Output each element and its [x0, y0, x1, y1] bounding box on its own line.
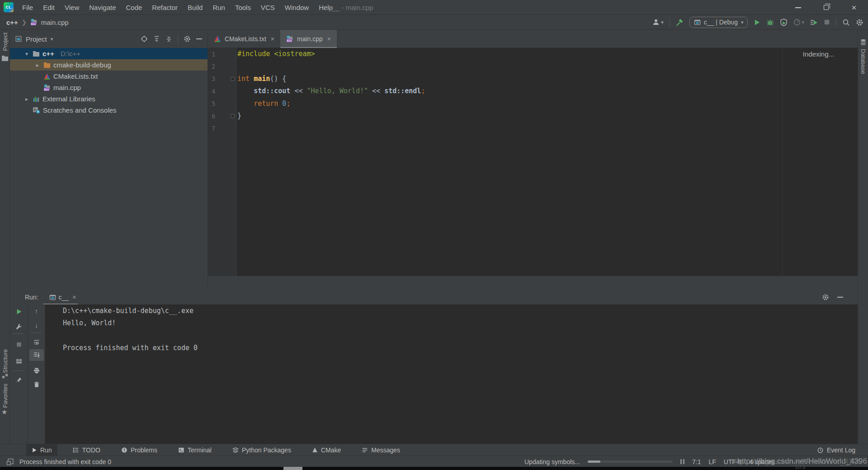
- status-message[interactable]: Process finished with exit code 0: [19, 458, 111, 465]
- print-button[interactable]: [33, 367, 40, 374]
- menu-navigate[interactable]: Navigate: [84, 4, 121, 11]
- fold-marker-icon[interactable]: [231, 114, 235, 118]
- progress-bar[interactable]: [588, 461, 673, 463]
- stop-button[interactable]: [16, 342, 22, 347]
- edit-configuration-button[interactable]: [16, 323, 22, 330]
- run-console[interactable]: D:\c++\cmake-build-debug\c__.exeHello, W…: [45, 304, 858, 444]
- encoding-widget[interactable]: UTF-8: [724, 458, 742, 465]
- collapse-all-button[interactable]: [165, 36, 172, 43]
- toolbar-tab-problems[interactable]: Problems: [116, 444, 163, 456]
- code-line[interactable]: int main() {: [237, 73, 425, 85]
- search-everywhere-button[interactable]: [842, 19, 850, 26]
- menu-build[interactable]: Build: [183, 4, 208, 11]
- user-account-button[interactable]: ▾: [652, 19, 664, 26]
- hide-panel-button[interactable]: [196, 38, 202, 39]
- close-button[interactable]: ×: [840, 0, 868, 15]
- indent-widget[interactable]: 4 spaces: [749, 458, 774, 465]
- breadcrumb-project[interactable]: c++: [6, 19, 18, 26]
- search-icon: [842, 19, 850, 26]
- debug-button[interactable]: [766, 19, 774, 26]
- event-log-button[interactable]: Event Log: [817, 444, 855, 456]
- attach-profiler-button[interactable]: [810, 19, 818, 26]
- toolbar-tab-messages[interactable]: Messages: [356, 444, 406, 456]
- close-icon[interactable]: ×: [72, 294, 76, 301]
- code-token: main: [254, 75, 270, 83]
- tab-label: CMakeLists.txt: [225, 35, 266, 43]
- tree-item-cmake-build-debug[interactable]: ▸ cmake-build-debug: [10, 59, 208, 71]
- line-separator-widget[interactable]: LF: [708, 458, 716, 465]
- toolbar-tab-terminal[interactable]: Terminal: [173, 444, 217, 456]
- breadcrumb-file[interactable]: main.cpp: [41, 19, 69, 26]
- rerun-button[interactable]: [16, 309, 22, 315]
- tree-item-external-libraries[interactable]: ▸ External Libraries: [10, 93, 208, 104]
- run-tab-c[interactable]: c__ ×: [49, 294, 76, 301]
- maximize-button[interactable]: [812, 0, 840, 15]
- toolbar-tab-run[interactable]: Run: [26, 444, 57, 456]
- code-line[interactable]: [237, 122, 425, 134]
- run-with-coverage-button[interactable]: [780, 19, 788, 26]
- tab-cmakelists[interactable]: CMakeLists.txt ×: [208, 30, 280, 48]
- toolbar-tab-python-packages[interactable]: Python Packages: [227, 444, 297, 456]
- tool-tab-project[interactable]: Project: [2, 33, 9, 51]
- editor-run-splitter[interactable]: [208, 276, 858, 290]
- minimize-button[interactable]: [784, 0, 812, 15]
- code-line[interactable]: [237, 60, 425, 72]
- locate-file-button[interactable]: [141, 35, 148, 43]
- toolbar-tab-todo[interactable]: TODO: [67, 444, 106, 456]
- stop-button[interactable]: [824, 19, 830, 25]
- close-icon[interactable]: ×: [271, 35, 274, 43]
- scroll-to-end-button[interactable]: [33, 351, 40, 358]
- caret-position-widget[interactable]: 7:1: [692, 458, 701, 465]
- code-line[interactable]: return 0;: [237, 98, 425, 110]
- clear-console-button[interactable]: [33, 381, 40, 388]
- run-button[interactable]: [754, 19, 760, 26]
- gutter-line: 4: [208, 85, 236, 97]
- menu-file[interactable]: File: [17, 4, 38, 11]
- soft-wrap-button[interactable]: [33, 339, 40, 346]
- cpp-file-icon: C++: [30, 19, 38, 26]
- code-line[interactable]: #include <iostream>: [237, 48, 425, 60]
- build-button[interactable]: [676, 19, 684, 26]
- todo-list-icon: [73, 447, 79, 453]
- code-line[interactable]: }: [237, 110, 425, 122]
- code-area[interactable]: #include <iostream>int main() { std::cou…: [237, 48, 425, 135]
- tool-tab-database[interactable]: Database: [860, 49, 867, 74]
- menu-view[interactable]: View: [60, 4, 84, 11]
- tree-item-main-cpp[interactable]: C++ main.cpp: [10, 82, 208, 93]
- menu-code[interactable]: Code: [121, 4, 147, 11]
- settings-button[interactable]: [856, 19, 863, 26]
- fold-marker-icon[interactable]: [231, 77, 235, 81]
- run-settings-button[interactable]: [822, 294, 829, 301]
- profiler-button[interactable]: ▾: [793, 19, 804, 26]
- breadcrumb: c++ ❯ C++ main.cpp: [6, 15, 69, 29]
- tool-tab-structure[interactable]: Structure: [2, 349, 9, 373]
- project-settings-button[interactable]: [184, 35, 191, 43]
- tree-item-scratches[interactable]: Scratches and Consoles: [10, 104, 208, 116]
- code-editor[interactable]: 1234567 #include <iostream>int main() { …: [208, 48, 858, 276]
- code-line[interactable]: std::cout << "Hello, World!" << std::end…: [237, 85, 425, 97]
- down-arrow-icon[interactable]: ↓: [35, 321, 38, 329]
- close-icon[interactable]: ×: [327, 35, 331, 43]
- menu-run[interactable]: Run: [208, 4, 230, 11]
- tool-window-switcher-button[interactable]: [6, 458, 14, 465]
- menu-refactor[interactable]: Refactor: [147, 4, 183, 11]
- up-arrow-icon[interactable]: ↑: [35, 307, 38, 315]
- profiler-icon: [793, 19, 801, 26]
- tree-item-cmakelists[interactable]: CMakeLists.txt: [10, 71, 208, 82]
- chevron-right-icon: ▸: [34, 62, 41, 68]
- project-view-selector[interactable]: Project: [26, 35, 47, 43]
- tab-main-cpp[interactable]: C++ main.cpp ×: [280, 30, 337, 48]
- restore-layout-button[interactable]: [15, 358, 22, 365]
- hide-run-panel-button[interactable]: [837, 297, 843, 298]
- tree-item-project-root[interactable]: ▾ c++ D:\c++: [10, 48, 208, 59]
- toolbar-tab-cmake[interactable]: CMake: [307, 444, 346, 456]
- run-configuration-select[interactable]: c__ | Debug ▾: [689, 17, 748, 28]
- menu-tools[interactable]: Tools: [230, 4, 256, 11]
- pause-process-button[interactable]: [680, 459, 684, 464]
- menu-vcs[interactable]: VCS: [256, 4, 280, 11]
- expand-all-button[interactable]: [153, 36, 160, 43]
- pin-tab-button[interactable]: [16, 377, 22, 383]
- menu-window[interactable]: Window: [280, 4, 314, 11]
- menu-edit[interactable]: Edit: [38, 4, 60, 11]
- tool-tab-favorites[interactable]: Favorites: [2, 384, 9, 408]
